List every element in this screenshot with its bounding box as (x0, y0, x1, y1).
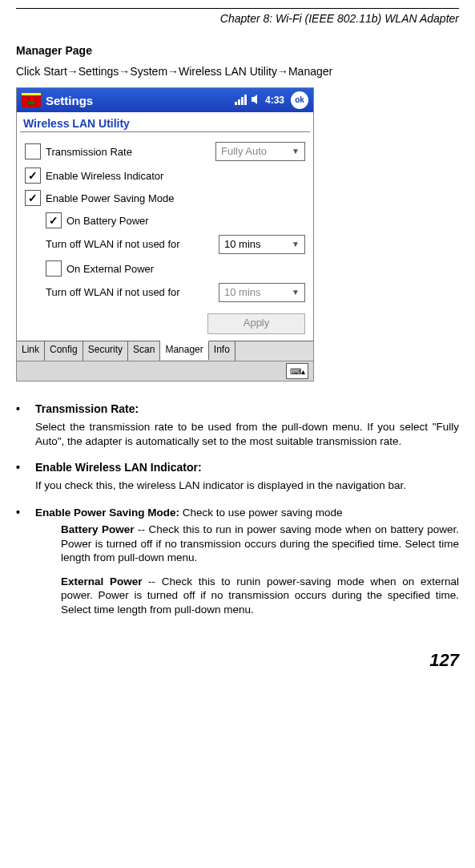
svg-marker-4 (252, 95, 257, 104)
on-battery-label: On Battery Power (66, 215, 149, 227)
tab-bar: Link Config Security Scan Manager Info (17, 341, 313, 361)
app-title-underline (20, 131, 310, 132)
enable-indicator-row: ✓ Enable Wireless Indicator (17, 164, 313, 187)
sub-item-external-power: External Power -- Check this to runin po… (61, 575, 459, 617)
transmission-rate-value: Fully Auto (221, 143, 267, 160)
bottom-bar: ⌨▴ (17, 361, 313, 381)
feature-title: Enable Wireless LAN Indicator: (35, 461, 459, 474)
external-turnoff-value: 10 mins (224, 284, 261, 301)
apply-button[interactable]: Apply (207, 313, 305, 334)
on-external-row: On External Power (17, 257, 313, 280)
speaker-icon[interactable] (251, 94, 262, 107)
enable-indicator-label: Enable Wireless Indicator (46, 170, 163, 182)
feature-list: • Transmission Rate: Select the transmis… (16, 402, 459, 626)
ok-button[interactable]: ok (291, 91, 308, 109)
feature-item-transmission-rate: • Transmission Rate: Select the transmis… (16, 402, 459, 451)
tab-info[interactable]: Info (209, 341, 235, 361)
tab-config[interactable]: Config (45, 341, 83, 361)
chapter-title: Chapter 8: Wi-Fi (IEEE 802.11b) WLAN Ada… (16, 12, 459, 25)
tab-security[interactable]: Security (83, 341, 128, 361)
transmission-rate-checkbox[interactable] (25, 143, 41, 159)
bullet-dot: • (16, 461, 35, 496)
enable-psm-label: Enable Power Saving Mode (46, 192, 174, 204)
sub-item-lead: Battery Power (61, 523, 135, 535)
window-titlebar: Settings 4:33 ok (17, 88, 313, 112)
on-external-checkbox[interactable] (46, 260, 62, 277)
battery-turnoff-value: 10 mins (224, 236, 261, 253)
enable-psm-row: ✓ Enable Power Saving Mode (17, 187, 313, 209)
tab-scan[interactable]: Scan (128, 341, 160, 361)
external-turnoff-label: Turn off WLAN if not used for (46, 287, 214, 298)
titlebar-icons: 4:33 ok (235, 91, 308, 109)
battery-turnoff-label: Turn off WLAN if not used for (46, 239, 214, 250)
transmission-rate-dropdown[interactable]: Fully Auto ▼ (215, 142, 305, 161)
window-title: Settings (46, 94, 235, 107)
svg-rect-0 (235, 102, 237, 105)
page-number: 127 (16, 650, 459, 671)
feature-body: If you check this, the wireless LAN indi… (35, 478, 459, 493)
svg-rect-2 (241, 97, 244, 105)
section-title: Manager Page (16, 44, 459, 57)
bullet-dot: • (16, 506, 35, 627)
sub-item-lead: External Power (61, 575, 142, 587)
enable-indicator-checkbox[interactable]: ✓ (25, 168, 41, 184)
signal-icon[interactable] (235, 94, 248, 107)
external-turnoff-dropdown[interactable]: 10 mins ▼ (219, 283, 305, 302)
sub-item-battery-power: Battery Power -- Check this to run in po… (61, 523, 459, 565)
battery-turnoff-dropdown[interactable]: 10 mins ▼ (219, 235, 305, 254)
screenshot: Settings 4:33 ok Wireless LAN Utility Tr… (16, 87, 314, 382)
feature-body: Select the transmission rate to be used … (35, 420, 459, 448)
feature-item-enable-indicator: • Enable Wireless LAN Indicator: If you … (16, 461, 459, 496)
bullet-dot: • (16, 402, 35, 451)
battery-turnoff-row: Turn off WLAN if not used for 10 mins ▼ (17, 232, 313, 257)
chevron-down-icon: ▼ (290, 287, 301, 298)
svg-rect-1 (238, 99, 240, 105)
svg-rect-3 (244, 95, 247, 105)
chevron-down-icon: ▼ (290, 239, 301, 250)
start-flag-icon[interactable] (22, 93, 41, 107)
navigation-path: Click Start→Settings→System→Wireless LAN… (16, 65, 459, 78)
tab-link[interactable]: Link (17, 341, 45, 361)
on-external-label: On External Power (66, 263, 154, 275)
feature-title: Enable Power Saving Mode: (35, 507, 179, 519)
chevron-down-icon: ▼ (290, 146, 301, 157)
transmission-rate-label: Transmission Rate (46, 146, 132, 158)
on-battery-checkbox[interactable]: ✓ (46, 212, 62, 228)
on-battery-row: ✓ On Battery Power (17, 209, 313, 232)
header-divider (16, 8, 459, 9)
keyboard-icon[interactable]: ⌨▴ (286, 363, 308, 379)
clock-text: 4:33 (265, 95, 284, 106)
external-turnoff-row: Turn off WLAN if not used for 10 mins ▼ (17, 280, 313, 305)
feature-title-line: Enable Power Saving Mode: Check to use p… (35, 506, 459, 520)
feature-title: Transmission Rate: (35, 402, 459, 415)
app-title: Wireless LAN Utility (17, 112, 313, 131)
feature-title-after: Check to use power saving mode (179, 507, 342, 519)
transmission-rate-row: Transmission Rate Fully Auto ▼ (17, 139, 313, 164)
enable-psm-checkbox[interactable]: ✓ (25, 190, 41, 206)
tab-manager[interactable]: Manager (160, 341, 208, 360)
feature-item-power-saving: • Enable Power Saving Mode: Check to use… (16, 506, 459, 627)
